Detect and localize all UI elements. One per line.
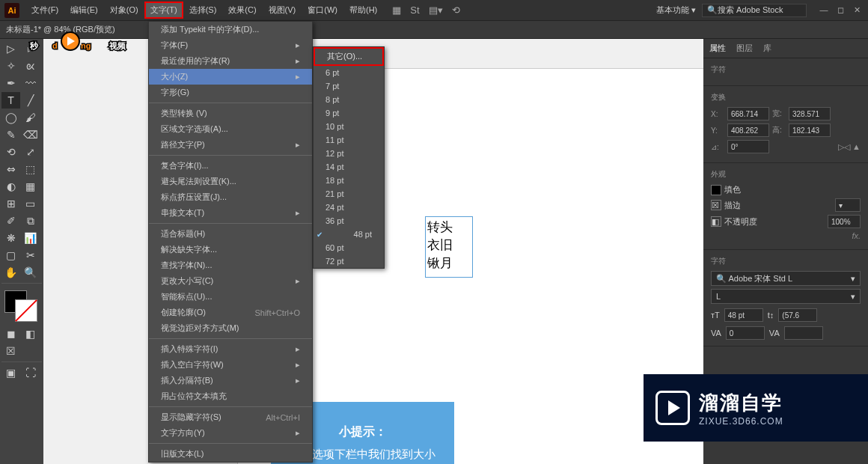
menu-item[interactable]: 字体(F)▸: [149, 37, 312, 53]
menu-item[interactable]: 更改大小写(C)▸: [149, 273, 312, 289]
size-option[interactable]: 60 pt: [314, 241, 384, 254]
size-option[interactable]: 72 pt: [314, 254, 384, 268]
menu-window[interactable]: 窗口(W): [302, 1, 343, 19]
tab-layers[interactable]: 图层: [736, 43, 753, 54]
mesh-tool[interactable]: ⊞: [1, 195, 20, 212]
menu-item[interactable]: 显示隐藏字符(S)Alt+Ctrl+I: [149, 409, 312, 425]
gpu-icon[interactable]: ⟲: [452, 4, 460, 16]
size-option[interactable]: 7 pt: [314, 79, 384, 93]
slice-tool[interactable]: ✂: [21, 247, 40, 263]
size-other[interactable]: 其它(O)...: [314, 47, 384, 66]
artboard-tool[interactable]: ▢: [1, 247, 20, 263]
menu-type[interactable]: 文字(T): [144, 1, 183, 19]
arrange-icon[interactable]: ▤▾: [429, 4, 443, 16]
free-transform-tool[interactable]: ⬚: [21, 161, 40, 177]
symbol-sprayer-tool[interactable]: ❋: [1, 230, 20, 246]
draw-mode[interactable]: ▣: [1, 364, 20, 381]
pen-tool[interactable]: ✒: [1, 75, 20, 91]
size-option[interactable]: 14 pt: [314, 160, 384, 174]
menu-view[interactable]: 视图(V): [263, 1, 302, 19]
window-minimize[interactable]: —: [817, 5, 831, 16]
hand-tool[interactable]: ✋: [1, 264, 20, 281]
search-input[interactable]: 🔍 搜索 Adobe Stock: [702, 4, 807, 17]
ellipse-tool[interactable]: ◯: [1, 109, 20, 126]
input-x[interactable]: 668.714: [727, 107, 769, 120]
menu-item[interactable]: 插入空白字符(W)▸: [149, 357, 312, 373]
menu-item[interactable]: 添加 Typekit 中的字体(D)...: [149, 22, 312, 37]
menu-item[interactable]: 适合标题(H): [149, 226, 312, 242]
gradient-tool[interactable]: ▭: [21, 195, 40, 212]
eyedropper-tool[interactable]: ✐: [1, 213, 20, 229]
menu-help[interactable]: 帮助(H): [343, 1, 383, 19]
menu-item[interactable]: 插入分隔符(B)▸: [149, 373, 312, 388]
size-option[interactable]: 24 pt: [314, 201, 384, 214]
size-option[interactable]: 10 pt: [314, 120, 384, 133]
stroke-swatch[interactable]: ☒: [711, 200, 721, 210]
input-h[interactable]: 182.143: [789, 123, 831, 137]
stock-icon[interactable]: St: [410, 4, 419, 16]
menu-effect[interactable]: 效果(C): [222, 1, 262, 19]
width-tool[interactable]: ⇔: [1, 161, 20, 177]
selection-tool[interactable]: ▷: [1, 40, 20, 57]
scale-tool[interactable]: ⤢: [21, 144, 40, 160]
menu-item[interactable]: 大小(Z)▸: [149, 69, 312, 85]
blend-tool[interactable]: ⧉: [21, 213, 40, 229]
menu-item[interactable]: 用占位符文本填充: [149, 388, 312, 404]
menu-edit[interactable]: 编辑(E): [64, 1, 104, 19]
input-w[interactable]: 328.571: [789, 107, 831, 120]
type-tool[interactable]: T: [1, 92, 20, 109]
tracking-input[interactable]: [784, 326, 823, 340]
size-option[interactable]: 21 pt: [314, 187, 384, 201]
menu-item[interactable]: 字形(G): [149, 85, 312, 100]
background-swatch[interactable]: [15, 299, 37, 322]
opacity-input[interactable]: 100%: [828, 215, 861, 228]
menu-item[interactable]: 复合字体(I)...: [149, 158, 312, 174]
curvature-tool[interactable]: 〰: [21, 75, 40, 91]
eraser-tool[interactable]: ⌫: [21, 126, 40, 143]
flip-icons[interactable]: ▷◁ ▲: [838, 142, 861, 152]
menu-item[interactable]: 避头尾法则设置(K)...: [149, 174, 312, 189]
fill-swatch[interactable]: [711, 185, 721, 195]
none-mode[interactable]: ☒: [1, 343, 20, 359]
size-option[interactable]: 6 pt: [314, 66, 384, 79]
shape-builder-tool[interactable]: ◐: [1, 178, 20, 195]
kerning-input[interactable]: 0: [726, 326, 765, 340]
line-tool[interactable]: ╱: [21, 92, 40, 109]
rotate-tool[interactable]: ⟲: [1, 144, 20, 160]
size-option[interactable]: 18 pt: [314, 174, 384, 187]
leading-input[interactable]: (57.6: [778, 308, 817, 322]
workspace-switcher[interactable]: 基本功能 ▾: [656, 4, 696, 16]
menu-item[interactable]: 文字方向(Y)▸: [149, 425, 312, 441]
tab-libraries[interactable]: 库: [763, 43, 771, 54]
stroke-weight[interactable]: ▾: [835, 198, 861, 212]
fill-mode[interactable]: ◼: [1, 326, 20, 342]
font-size-input[interactable]: 48 pt: [724, 308, 763, 322]
color-swatches[interactable]: [1, 289, 42, 325]
menu-item[interactable]: 标点挤压设置(J)...: [149, 189, 312, 205]
menu-object[interactable]: 对象(O): [104, 1, 144, 19]
size-option[interactable]: 9 pt: [314, 106, 384, 120]
magic-wand-tool[interactable]: ✧: [1, 58, 20, 74]
fx-button[interactable]: fx.: [852, 231, 861, 240]
font-family-dropdown[interactable]: 🔍 Adobe 宋体 Std L▾: [711, 271, 861, 286]
input-y[interactable]: 408.262: [727, 123, 769, 137]
size-option[interactable]: 36 pt: [314, 214, 384, 228]
size-option[interactable]: 8 pt: [314, 93, 384, 106]
menu-item[interactable]: 插入特殊字符(I)▸: [149, 341, 312, 357]
size-option[interactable]: 11 pt: [314, 133, 384, 147]
bridge-icon[interactable]: ▦: [392, 4, 401, 16]
font-style-dropdown[interactable]: L▾: [711, 289, 861, 304]
menu-item[interactable]: 最近使用的字体(R)▸: [149, 53, 312, 69]
menu-select[interactable]: 选择(S): [183, 1, 223, 19]
perspective-tool[interactable]: ▦: [21, 178, 40, 195]
menu-item[interactable]: 智能标点(U)...: [149, 289, 312, 305]
input-angle[interactable]: 0°: [727, 140, 769, 153]
menu-item[interactable]: 区域文字选项(A)...: [149, 121, 312, 137]
window-close[interactable]: ✕: [850, 5, 864, 16]
zoom-tool[interactable]: 🔍: [21, 264, 40, 281]
screen-mode[interactable]: ⛶: [21, 364, 40, 381]
size-option[interactable]: 12 pt: [314, 147, 384, 160]
tab-properties[interactable]: 属性: [709, 43, 726, 54]
text-frame[interactable]: 转头 衣旧 锹月: [425, 216, 473, 278]
paintbrush-tool[interactable]: 🖌: [21, 109, 40, 126]
